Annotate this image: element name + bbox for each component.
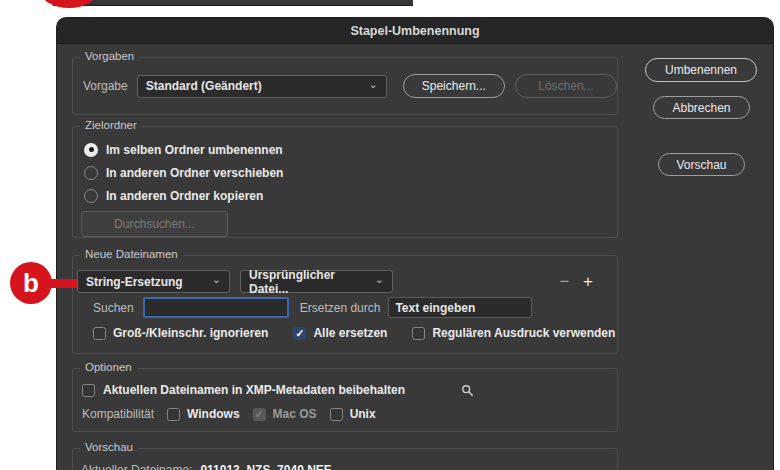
browse-button: Durchsuchen... bbox=[81, 211, 228, 237]
checkbox-use-regex[interactable]: Regulären Ausdruck verwenden bbox=[412, 326, 615, 340]
destination-group: Zielordner Im selben Ordner umbenennen I… bbox=[72, 126, 618, 238]
checkbox-checked-disabled-icon bbox=[253, 408, 266, 421]
filenames-legend: Neue Dateinamen bbox=[80, 248, 183, 260]
annotation-badge-b: b bbox=[10, 262, 52, 304]
rename-button[interactable]: Umbenennen bbox=[645, 58, 757, 82]
radio-move-other-folder[interactable]: In anderen Ordner verschieben bbox=[73, 165, 617, 180]
save-button[interactable]: Speichern... bbox=[403, 74, 505, 98]
checkbox-unchecked-icon[interactable] bbox=[330, 408, 343, 421]
checkbox-windows[interactable]: Windows bbox=[167, 407, 240, 421]
find-input[interactable] bbox=[143, 297, 289, 318]
cancel-button[interactable]: Abbrechen bbox=[653, 96, 750, 119]
options-group: Optionen Aktuellen Dateinamen in XMP-Met… bbox=[72, 368, 618, 432]
radio-rename-same-folder[interactable]: Im selben Ordner umbenennen bbox=[73, 142, 617, 157]
source-select-value: Ursprünglicher Datei... bbox=[249, 268, 367, 296]
dialog-title: Stapel-Umbenennung bbox=[350, 24, 479, 38]
cropped-menu-bar bbox=[53, 0, 413, 6]
preview-group: Vorschau Aktueller Dateiname: 011013_NZS… bbox=[72, 448, 618, 470]
batch-rename-dialog: Stapel-Umbenennung Vorgaben Vorgabe Stan… bbox=[57, 18, 773, 470]
destination-legend: Zielordner bbox=[80, 119, 142, 131]
checkbox-unchecked-icon[interactable] bbox=[93, 327, 106, 340]
new-filenames-group: Neue Dateinamen String-Ersetzung ⌄ Urspr… bbox=[72, 255, 618, 354]
checkbox-macos: Mac OS bbox=[253, 407, 317, 421]
annotation-arrow bbox=[49, 279, 77, 288]
dialog-titlebar[interactable]: Stapel-Umbenennung bbox=[57, 18, 773, 44]
chevron-down-icon: ⌄ bbox=[212, 273, 221, 286]
preview-button[interactable]: Vorschau bbox=[658, 153, 745, 176]
options-legend: Optionen bbox=[80, 361, 137, 373]
checkbox-checked-icon[interactable] bbox=[293, 327, 306, 340]
checkbox-unchecked-icon[interactable] bbox=[167, 408, 180, 421]
rename-method-value: String-Ersetzung bbox=[86, 275, 183, 289]
replace-label: Ersetzen durch bbox=[300, 301, 381, 315]
preset-label: Vorgabe bbox=[83, 79, 128, 93]
magnifier-icon bbox=[461, 384, 474, 397]
radio-selected-icon[interactable] bbox=[84, 143, 98, 157]
preset-select-value: Standard (Geändert) bbox=[146, 79, 262, 93]
chevron-down-icon: ⌄ bbox=[375, 273, 384, 286]
chevron-down-icon: ⌄ bbox=[369, 78, 378, 91]
preview-legend: Vorschau bbox=[80, 441, 138, 453]
checkbox-keep-xmp[interactable] bbox=[82, 384, 95, 397]
checkbox-replace-all[interactable]: Alle ersetzen bbox=[293, 326, 387, 340]
radio-unselected-icon[interactable] bbox=[84, 166, 98, 180]
presets-group: Vorgaben Vorgabe Standard (Geändert) ⌄ S… bbox=[72, 57, 618, 115]
add-row-button[interactable]: + bbox=[583, 272, 593, 292]
delete-button: Löschen... bbox=[515, 74, 617, 98]
current-filename-label: Aktueller Dateiname: bbox=[81, 463, 192, 470]
source-select[interactable]: Ursprünglicher Datei... ⌄ bbox=[240, 270, 393, 293]
checkbox-unchecked-icon[interactable] bbox=[412, 327, 425, 340]
checkbox-unix[interactable]: Unix bbox=[330, 407, 376, 421]
radio-copy-other-folder[interactable]: In anderen Ordner kopieren bbox=[73, 188, 617, 203]
rename-method-select[interactable]: String-Ersetzung ⌄ bbox=[77, 270, 230, 293]
remove-row-button[interactable]: − bbox=[559, 272, 569, 292]
radio-unselected-icon[interactable] bbox=[84, 189, 98, 203]
find-label: Suchen bbox=[93, 301, 134, 315]
compatibility-label: Kompatibilität bbox=[82, 407, 154, 421]
checkbox-ignore-case[interactable]: Groß-/Kleinschr. ignorieren bbox=[93, 326, 268, 340]
presets-legend: Vorgaben bbox=[80, 50, 139, 62]
current-filename-value: 011013_NZS_7040.NEF bbox=[200, 463, 331, 470]
preset-select[interactable]: Standard (Geändert) ⌄ bbox=[137, 75, 387, 98]
replace-input[interactable] bbox=[388, 297, 532, 318]
